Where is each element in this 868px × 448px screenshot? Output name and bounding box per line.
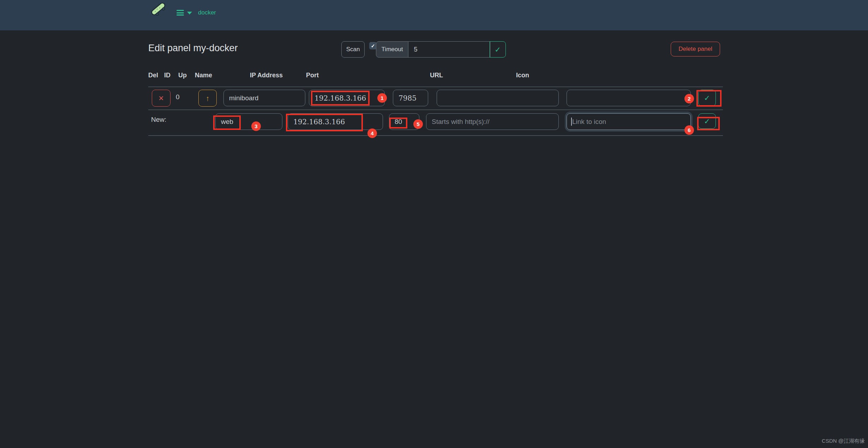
- page-title: Edit panel my-docker: [148, 43, 238, 54]
- scan-checkbox[interactable]: ✓: [369, 42, 377, 49]
- col-header-ip: IP Address: [250, 72, 283, 79]
- new-row-label: New:: [151, 116, 166, 124]
- delete-panel-button[interactable]: Delete panel: [671, 42, 720, 56]
- timeout-input-group: Timeout ✓: [376, 41, 506, 58]
- menu-bar: [176, 10, 184, 11]
- col-header-name: Name: [195, 72, 212, 79]
- col-header-port: Port: [306, 72, 319, 79]
- check-icon: ✓: [704, 118, 710, 125]
- arrow-up-icon: ↑: [206, 95, 210, 102]
- timeout-label: Timeout: [376, 41, 408, 58]
- col-header-del: Del: [148, 72, 158, 79]
- new-name-input[interactable]: [215, 113, 282, 130]
- menu-bar: [176, 14, 184, 16]
- checkbox-check-icon: ✓: [371, 43, 375, 48]
- close-icon: ✕: [158, 95, 164, 102]
- brand-link[interactable]: docker: [198, 9, 216, 16]
- annotation-badge-5: 5: [413, 119, 423, 129]
- icon-input[interactable]: [567, 90, 691, 106]
- new-icon-input[interactable]: [567, 113, 691, 130]
- top-navbar: docker: [0, 0, 868, 30]
- timeout-input[interactable]: [408, 41, 490, 58]
- move-up-button[interactable]: ↑: [198, 90, 217, 107]
- new-url-input[interactable]: [426, 113, 559, 130]
- annotation-badge-4: 4: [367, 129, 377, 138]
- save-row-button[interactable]: ✓: [698, 90, 716, 106]
- watermark: CSDN @江湖有缘: [822, 438, 865, 444]
- annotation-badge-6: 6: [684, 125, 694, 135]
- row-id: 0: [176, 93, 180, 101]
- chevron-down-icon[interactable]: [187, 12, 192, 14]
- menu-bar: [176, 12, 184, 13]
- new-ip-address-input[interactable]: [288, 113, 383, 130]
- timeout-apply-button[interactable]: ✓: [490, 41, 506, 58]
- menu-icon[interactable]: [176, 10, 184, 16]
- name-input[interactable]: [223, 90, 305, 106]
- ip-address-input[interactable]: [309, 90, 385, 106]
- check-icon: ✓: [495, 46, 501, 53]
- check-icon: ✓: [704, 94, 710, 102]
- table-border-top: [148, 86, 723, 87]
- text-cursor: [571, 118, 572, 126]
- col-header-icon: Icon: [516, 72, 529, 79]
- add-row-button[interactable]: ✓: [698, 113, 716, 129]
- annotation-badge-1: 1: [377, 93, 387, 103]
- scan-button[interactable]: Scan: [341, 41, 365, 58]
- delete-row-button[interactable]: ✕: [152, 90, 170, 107]
- table-border-bottom: [148, 135, 723, 136]
- annotation-badge-3: 3: [251, 121, 261, 131]
- col-header-url: URL: [430, 72, 443, 79]
- skateboard-logo-icon: [150, 1, 167, 19]
- app-screen: docker Edit panel my-docker Scan ✓ Timeo…: [0, 0, 868, 448]
- port-input[interactable]: [393, 90, 428, 106]
- col-header-id: ID: [164, 72, 170, 79]
- annotation-badge-2: 2: [684, 94, 694, 103]
- table-row-divider: [148, 109, 723, 110]
- col-header-up: Up: [178, 72, 187, 79]
- url-input[interactable]: [437, 90, 559, 106]
